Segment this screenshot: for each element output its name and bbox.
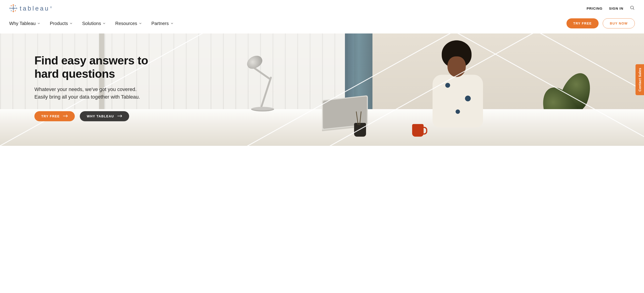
hero-why-tableau-button[interactable]: WHY TABLEAU xyxy=(80,111,129,121)
primary-nav: Why Tableau Products Solutions Resources xyxy=(9,21,174,26)
nav-label: Partners xyxy=(151,21,169,26)
nav-why-tableau[interactable]: Why Tableau xyxy=(9,21,40,26)
header-utility: PRICING SIGN IN xyxy=(587,6,635,11)
search-button[interactable] xyxy=(630,6,635,11)
try-free-button[interactable]: TRY FREE xyxy=(566,18,598,28)
svg-point-18 xyxy=(630,6,634,9)
search-icon xyxy=(630,5,635,11)
nav-label: Why Tableau xyxy=(9,21,36,26)
sign-in-link[interactable]: SIGN IN xyxy=(609,6,623,10)
tableau-logo-icon xyxy=(9,4,18,12)
button-label: TRY FREE xyxy=(41,114,60,118)
header-top-row: tableau® PRICING SIGN IN xyxy=(9,4,635,12)
contact-sales-tab[interactable]: Contact Sales xyxy=(636,64,644,95)
chevron-down-icon xyxy=(103,22,106,25)
site-header: tableau® PRICING SIGN IN Why Tableau xyxy=(0,0,644,34)
nav-label: Solutions xyxy=(82,21,101,26)
hero-subtitle: Whatever your needs, we've got you cover… xyxy=(34,86,165,101)
header-main-row: Why Tableau Products Solutions Resources xyxy=(9,12,635,34)
tableau-wordmark: tableau® xyxy=(20,5,53,12)
button-label: WHY TABLEAU xyxy=(87,114,114,118)
chevron-down-icon xyxy=(139,22,142,25)
nav-products[interactable]: Products xyxy=(50,21,72,26)
chevron-down-icon xyxy=(38,22,40,25)
pricing-link[interactable]: PRICING xyxy=(587,6,603,10)
tableau-logo[interactable]: tableau® xyxy=(9,4,53,12)
hero-section: Find easy answers to hard questions What… xyxy=(0,34,644,146)
hero-cta-group: TRY FREE WHY TABLEAU xyxy=(34,111,165,121)
nav-label: Products xyxy=(50,21,68,26)
arrow-right-icon xyxy=(63,114,68,118)
nav-label: Resources xyxy=(115,21,137,26)
hero-content: Find easy answers to hard questions What… xyxy=(0,34,165,121)
chevron-down-icon xyxy=(171,22,174,25)
svg-line-19 xyxy=(633,9,634,10)
header-cta-group: TRY FREE BUY NOW xyxy=(566,18,635,28)
hero-try-free-button[interactable]: TRY FREE xyxy=(34,111,75,121)
nav-resources[interactable]: Resources xyxy=(115,21,142,26)
arrow-right-icon xyxy=(117,114,122,118)
nav-solutions[interactable]: Solutions xyxy=(82,21,106,26)
hero-headline: Find easy answers to hard questions xyxy=(34,54,165,80)
buy-now-button[interactable]: BUY NOW xyxy=(603,18,635,28)
nav-partners[interactable]: Partners xyxy=(151,21,174,26)
chevron-down-icon xyxy=(70,22,72,25)
